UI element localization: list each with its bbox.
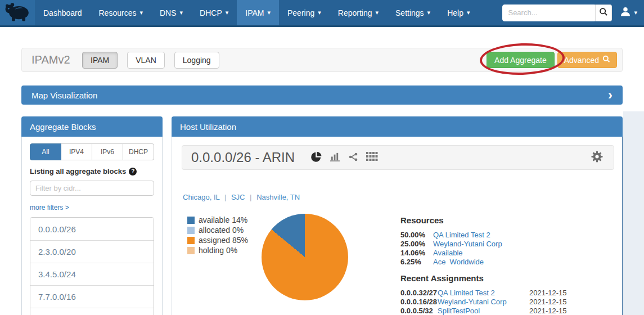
caret-down-icon: ▾ (427, 9, 431, 16)
assignment-row: 0.0.0.5/32 SplitTestPool 2021-12-15 (400, 307, 614, 315)
share-button[interactable] (348, 152, 358, 164)
listing-label: Listing all aggregate blocks ? (30, 167, 154, 176)
legend-swatch (187, 217, 195, 224)
filter-tab-ipv6[interactable]: IPv6 (92, 143, 123, 160)
filter-tab-dhcp[interactable]: DHCP (123, 143, 154, 160)
block-title-bar: 0.0.0.0/26 - ARIN (182, 145, 614, 170)
ipam-toolbar: IPAMv2 IPAM VLAN Logging Add Aggregate A… (21, 48, 623, 72)
nav-item-help[interactable]: Help▾ (439, 0, 478, 25)
assignment-cidr: 0.0.0.16/28 (400, 298, 438, 307)
resource-row: 50.00% QA Limited Test 2 (400, 231, 502, 240)
grid-view-button[interactable] (366, 152, 378, 163)
caret-down-icon: ▾ (226, 9, 229, 16)
list-item[interactable] (30, 308, 154, 315)
assignment-link[interactable]: SplitTestPool (438, 307, 529, 315)
assignment-date: 2021-12-15 (529, 298, 567, 307)
resources-heading: Resources (400, 215, 502, 225)
gear-icon (591, 150, 604, 165)
main-menu: Dashboard Resources▾ DNS▾ DHCP▾ IPAM▾ Pe… (35, 0, 478, 25)
search-input[interactable] (502, 4, 595, 21)
location-link[interactable]: Nashville, TN (256, 193, 300, 201)
nav-item-dns[interactable]: DNS▾ (151, 0, 191, 25)
nav-item-resources[interactable]: Resources▾ (91, 0, 151, 25)
nav-item-settings[interactable]: Settings▾ (387, 0, 439, 25)
pie-view-button[interactable] (310, 151, 322, 164)
cidr-filter-input[interactable] (30, 181, 154, 196)
aggregate-blocks-header: Aggregate Blocks (21, 116, 163, 137)
recent-assignments-section: Recent Assignments 0.0.0.32/27 QA Limite… (400, 273, 614, 315)
resource-link[interactable]: Weyland-Yutani Corp (433, 240, 502, 249)
brand-logo[interactable] (0, 0, 35, 25)
list-item[interactable]: 7.7.0.0/16 (30, 285, 154, 308)
resource-pct: 14.06% (400, 249, 433, 258)
list-item[interactable]: 0.0.0.0/26 (30, 218, 154, 240)
assignment-cidr: 0.0.0.32/27 (400, 289, 438, 298)
tab-ipam[interactable]: IPAM (82, 52, 118, 69)
search-button[interactable] (595, 4, 612, 21)
caret-down-icon: ▾ (180, 9, 183, 16)
help-icon[interactable]: ? (129, 168, 137, 176)
assignment-date: 2021-12-15 (529, 289, 567, 298)
resource-link[interactable]: Ace Worldwide (433, 258, 484, 267)
nav-item-dhcp[interactable]: DHCP▾ (191, 0, 237, 25)
grid-icon (366, 152, 378, 163)
map-visualization-title: Map Visualization (31, 91, 97, 100)
aggregate-blocks-body: All IPV4 IPv6 DHCP Listing all aggregate… (21, 137, 163, 315)
more-filters-link[interactable]: more filters > (30, 204, 69, 212)
filter-tab-ipv4[interactable]: IPV4 (61, 143, 92, 160)
nav-item-peering[interactable]: Peering▾ (279, 0, 330, 25)
bar-chart-view-button[interactable] (330, 151, 340, 164)
legend-item-holding[interactable]: holding 0% (187, 245, 248, 255)
assignment-date: 2021-12-15 (529, 307, 567, 315)
host-utilization-body: 0.0.0.0/26 - ARIN (172, 137, 623, 315)
legend-item-available[interactable]: available 14% (187, 215, 248, 225)
assignment-link[interactable]: QA Limited Test 2 (438, 289, 529, 298)
tab-logging[interactable]: Logging (174, 52, 219, 69)
caret-down-icon: ▾ (375, 9, 379, 16)
list-item[interactable]: 3.4.5.0/24 (30, 263, 154, 285)
panda-logo-icon (3, 1, 31, 25)
host-utilization-panel: Host Utilization 0.0.0.0/26 - ARIN (172, 116, 623, 315)
location-links: Chicago, IL | SJC | Nashville, TN (183, 193, 300, 201)
right-edge-panel (623, 111, 644, 315)
resource-link[interactable]: QA Limited Test 2 (433, 231, 490, 240)
utilization-pie-chart (262, 214, 348, 300)
ipam-page: { "nav": { "items": ["Dashboard", "Resou… (0, 0, 644, 315)
assignment-row: 0.0.0.16/28 Weyland-Yutani Corp 2021-12-… (400, 298, 614, 307)
navbar-right: ▾ (502, 0, 644, 25)
bar-chart-icon (330, 151, 340, 164)
nav-item-ipam[interactable]: IPAM▾ (237, 0, 279, 25)
nav-item-dashboard[interactable]: Dashboard (35, 0, 91, 25)
add-aggregate-button[interactable]: Add Aggregate (487, 52, 555, 68)
map-visualization-bar[interactable]: Map Visualization › (21, 86, 623, 105)
location-link[interactable]: SJC (231, 193, 245, 201)
user-menu[interactable]: ▾ (620, 6, 637, 20)
resources-section: Resources 50.00% QA Limited Test 2 25.00… (400, 215, 502, 267)
separator: | (224, 193, 226, 201)
caret-down-icon: ▾ (634, 9, 637, 16)
search-icon (599, 7, 608, 19)
legend-item-allocated[interactable]: allocated 0% (187, 225, 248, 235)
tab-vlan[interactable]: VLAN (127, 52, 165, 69)
pie-chart-icon (310, 151, 322, 164)
filter-tab-all[interactable]: All (30, 143, 61, 160)
legend-item-assigned[interactable]: assigned 85% (187, 235, 248, 245)
assignment-cidr: 0.0.0.5/32 (400, 307, 438, 315)
legend-swatch (187, 227, 195, 234)
pie-legend: available 14% allocated 0% assigned 85% … (187, 215, 248, 255)
legend-swatch (187, 237, 195, 244)
list-item[interactable]: 2.3.0.0/20 (30, 240, 154, 263)
assignment-link[interactable]: Weyland-Yutani Corp (438, 298, 529, 307)
resource-link[interactable]: Available (433, 249, 463, 258)
search-icon (602, 55, 610, 65)
settings-button[interactable] (591, 150, 604, 165)
separator: | (250, 193, 251, 201)
top-navbar: Dashboard Resources▾ DNS▾ DHCP▾ IPAM▾ Pe… (0, 0, 644, 27)
caret-down-icon: ▾ (318, 9, 321, 16)
legend-swatch (187, 247, 195, 254)
caret-down-icon: ▾ (267, 9, 271, 16)
resource-pct: 50.00% (400, 231, 433, 240)
nav-item-reporting[interactable]: Reporting▾ (330, 0, 387, 25)
location-link[interactable]: Chicago, IL (183, 193, 219, 201)
advanced-search-button[interactable]: Advanced (557, 52, 617, 68)
